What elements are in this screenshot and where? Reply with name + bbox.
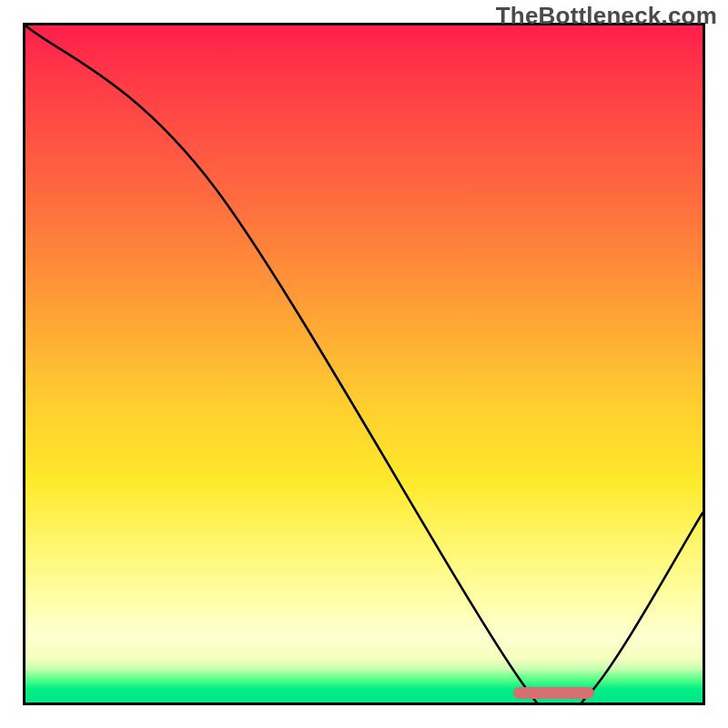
- bottleneck-curve: [25, 25, 703, 703]
- plot-frame: [23, 23, 705, 705]
- optimal-range-marker: [513, 687, 594, 699]
- curve-path: [25, 25, 703, 703]
- watermark-text: TheBottleneck.com: [496, 2, 717, 30]
- chart-stage: TheBottleneck.com: [0, 0, 728, 728]
